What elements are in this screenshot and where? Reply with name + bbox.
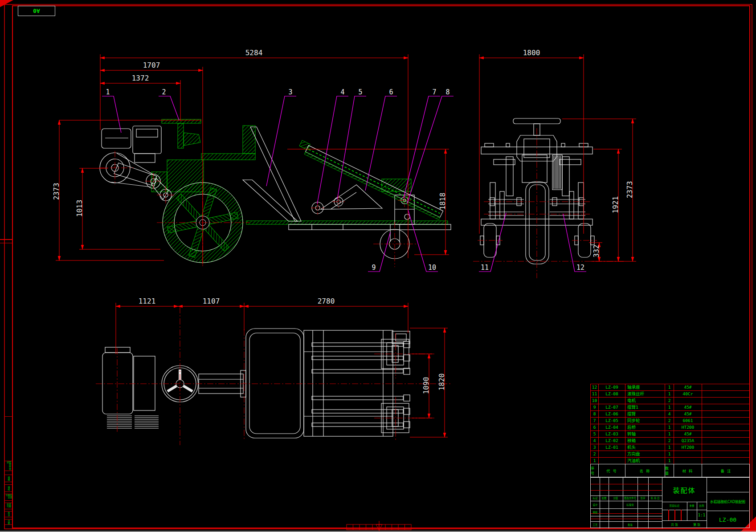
steering-bracket — [184, 133, 200, 146]
side-view — [99, 119, 451, 267]
dim-front-to-steering: 1372 — [132, 74, 149, 82]
balloon-2: 2 — [162, 88, 166, 96]
margin-label: 借用件登记 — [4, 461, 12, 471]
margin-label: 描图 — [4, 475, 12, 482]
centerlines-front — [473, 128, 624, 278]
drawing-sheet: 5284 1707 1372 1800 2373 1013 1818 1921 … — [0, 0, 756, 532]
dim-caster-clearance: 332 — [592, 245, 601, 258]
dim-platform-width: 1820 — [437, 374, 446, 391]
balloon-12: 12 — [576, 264, 584, 272]
label-date: 年.月.日 — [648, 495, 662, 501]
title-middle: 装配体 阶段标记 重量 比例 1:1 共 张 第 张 — [662, 478, 707, 528]
balloon-4: 4 — [340, 88, 344, 96]
label-scale: 比例 — [697, 502, 707, 510]
bom-row: 2方向盘1 — [590, 451, 750, 457]
drawing-title: 水稻插秧机CAD装配图 — [708, 492, 747, 511]
bom-row: 5LZ-03转轴145# — [590, 430, 750, 437]
title-right: 水稻插秧机CAD装配图 LZ-00 — [707, 478, 749, 528]
label-zone: 分区 — [609, 495, 623, 501]
label-sheets: 共 张 — [662, 520, 687, 528]
plan-view — [96, 307, 451, 445]
bom-row: 11LZ-08滚珠丝杆140Cr — [590, 390, 750, 397]
dim-track-width: 1800 — [523, 49, 540, 57]
dim-pulley-height: 1013 — [75, 200, 84, 217]
bom-table: 12LZ-09轴承座145# 11LZ-08滚珠丝杆140Cr 10电机2 9L… — [590, 384, 750, 477]
seedling-rows-plan — [312, 341, 410, 428]
title-block: 标记 处数 分区 更改文件号 签字 年.月.日 设计 标准化 审核 工艺 批准 … — [590, 477, 750, 528]
label-check: 审核 — [591, 508, 600, 516]
dim-row-span: 1090 — [422, 377, 430, 394]
dim-frame-height: 1921 — [611, 196, 620, 214]
center-wheel-front — [526, 182, 549, 264]
centerlines-side — [99, 151, 417, 267]
steering-wheel-side — [162, 119, 201, 123]
bom-header: 序号 代 号 名 称 数量 材 料 备 注 — [590, 464, 750, 477]
label-count: 处数 — [600, 495, 609, 501]
label-weight: 重量 — [687, 502, 697, 510]
seat-pad — [201, 154, 255, 160]
label-mark: 标记 — [591, 495, 600, 501]
margin-strip: 借用件登记 描图 描校 旧底图总号 底图总号 签字 日期 — [4, 416, 12, 528]
bom-row: 8LZ-06摆臂445# — [590, 410, 750, 417]
sheet-size-text: A0 — [33, 8, 40, 14]
label-stage-mark: 阶段标记 — [662, 502, 687, 510]
drawing-number: LZ-00 — [707, 511, 749, 528]
balloon-9: 9 — [372, 264, 376, 272]
balloon-8: 8 — [445, 88, 450, 96]
scale-bar — [347, 521, 411, 531]
engine-plan — [102, 347, 159, 428]
dim-steering-to-wheel: 1107 — [203, 297, 220, 305]
revision-grid: 标记 处数 分区 更改文件号 签字 年.月.日 设计 标准化 审核 工艺 批准 — [591, 478, 662, 528]
assembly-title: 装配体 — [662, 478, 707, 502]
label-design: 设计 — [591, 501, 600, 508]
scale-value: 1:1 — [697, 510, 707, 520]
balloon-10: 10 — [428, 264, 436, 272]
bom-row: 12LZ-09轴承座145# — [590, 384, 750, 390]
balloon-5: 5 — [358, 88, 362, 96]
floor-board — [246, 221, 448, 224]
margin-label: 底图总号 — [4, 503, 12, 509]
dim-tray-height: 1818 — [438, 193, 447, 210]
margin-label: 签字 — [4, 512, 12, 517]
label-approve: 批准 — [623, 521, 637, 528]
bom-row: 6LZ-04后桥1HT200 — [590, 424, 750, 430]
bom-row: 3LZ-01机头1HT200 — [590, 444, 750, 451]
dim-overall-length: 5284 — [245, 49, 263, 57]
corner-mark-icon — [0, 0, 13, 7]
dimensions: 5284 1707 1372 1800 2373 1013 1818 1921 … — [52, 49, 636, 437]
balloon-1: 1 — [106, 88, 110, 96]
front-view — [473, 118, 624, 278]
label-sheet-no: 第 张 — [687, 520, 707, 528]
margin-label: 描校 — [4, 485, 12, 492]
dim-engine-to-steering: 1121 — [139, 297, 156, 305]
label-standardization: 标准化 — [623, 501, 637, 508]
engine-side — [102, 126, 161, 162]
balloon-6: 6 — [389, 88, 393, 96]
dim-platform-length: 2780 — [318, 297, 335, 305]
balloon-11: 11 — [481, 264, 489, 272]
bom-row: 1汽油机1 — [590, 457, 750, 464]
bom-row: 7LZ-05同步轮26061 — [590, 417, 750, 424]
dim-height-front: 2373 — [625, 181, 634, 199]
dim-height-side: 2373 — [52, 183, 61, 200]
steering-column-side — [178, 123, 184, 148]
balloon-3: 3 — [288, 88, 292, 96]
margin-label: 旧底图总号 — [4, 494, 12, 501]
sheet-size-label: A0 — [18, 6, 55, 16]
seat-back — [243, 126, 255, 154]
center-wheel-plan — [246, 329, 304, 438]
bom-row: 4LZ-02秧箱2Q235A — [590, 437, 750, 444]
dim-front-to-wheel: 1707 — [143, 61, 160, 69]
label-docno: 更改文件号 — [623, 495, 637, 501]
bom-row: 10电机2 — [590, 397, 750, 404]
label-sign: 签字 — [637, 495, 648, 501]
link-mechanism — [312, 185, 382, 214]
label-process: 工艺 — [591, 521, 600, 528]
bom-row: 9LZ-07摆臂1145# — [590, 404, 750, 410]
margin-label: 日期 — [4, 520, 12, 525]
balloon-7: 7 — [432, 88, 436, 96]
